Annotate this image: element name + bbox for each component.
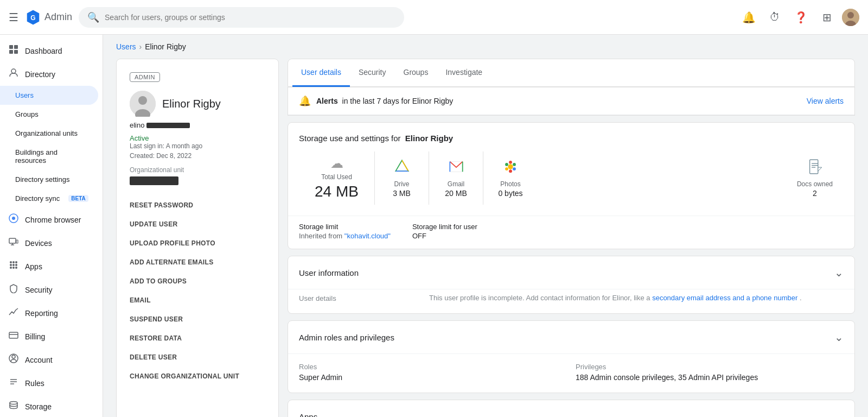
logo-area: G Admin xyxy=(25,9,72,26)
storage-limit-user-item: Storage limit for user OFF xyxy=(412,223,477,240)
alert-bar-card: 🔔 Alerts in the last 7 days for Elinor R… xyxy=(288,87,855,116)
sidebar-item-dashboard[interactable]: Dashboard xyxy=(0,39,98,62)
tab-groups[interactable]: Groups xyxy=(395,59,437,87)
sidebar-item-users[interactable]: Users xyxy=(0,86,98,105)
admin-roles-title: Admin roles and privileges xyxy=(299,333,394,342)
action-suspend-user[interactable]: SUSPEND USER xyxy=(130,310,265,329)
user-information-body: User details This user profile is incomp… xyxy=(288,289,854,313)
gmail-icon xyxy=(449,159,464,178)
svg-rect-25 xyxy=(9,332,18,338)
action-restore-data[interactable]: RESTORE DATA xyxy=(130,329,265,348)
sidebar-label-buildings: Buildings and resources xyxy=(15,148,90,165)
sidebar-item-reporting[interactable]: Reporting xyxy=(0,301,98,325)
apps-grid-icon[interactable]: ⊞ xyxy=(816,7,838,28)
svg-line-39 xyxy=(402,160,409,171)
search-icon: 🔍 xyxy=(87,11,99,23)
storage-limit-link[interactable]: "kohavit.cloud" xyxy=(344,232,391,240)
storage-drive: Drive 3 MB xyxy=(375,151,429,205)
svg-point-22 xyxy=(10,267,12,269)
breadcrumb-separator: › xyxy=(139,42,142,51)
main-layout: Dashboard Directory Users Groups Organiz… xyxy=(0,35,868,417)
chrome-icon xyxy=(9,213,18,226)
sidebar-item-org-units[interactable]: Organizational units xyxy=(0,124,98,143)
photos-icon xyxy=(503,159,518,178)
sidebar-label-directory: Directory xyxy=(25,70,55,79)
user-name: Elinor Rigby xyxy=(162,98,221,110)
sidebar-label-org-units: Organizational units xyxy=(15,129,78,137)
sidebar-item-dir-settings[interactable]: Directory settings xyxy=(0,170,98,189)
alert-bar-left: 🔔 Alerts in the last 7 days for Elinor R… xyxy=(299,95,453,107)
org-unit-value-redacted xyxy=(130,176,178,185)
sidebar-item-account[interactable]: Account xyxy=(0,348,98,371)
notifications-icon[interactable]: 🔔 xyxy=(738,7,760,28)
sidebar-item-dir-sync[interactable]: Directory sync BETA xyxy=(0,189,98,208)
svg-point-50 xyxy=(505,163,508,166)
action-delete-user[interactable]: DELETE USER xyxy=(130,348,265,367)
apps-header[interactable]: Apps ⌄ xyxy=(288,400,854,417)
storage-total: ☁ Total Used 24 MB xyxy=(299,151,375,205)
sidebar-item-groups[interactable]: Groups xyxy=(0,105,98,124)
user-last-signin: Last sign in: A month ago xyxy=(130,142,265,150)
privileges-label: Privileges xyxy=(576,363,844,371)
action-reset-password[interactable]: RESET PASSWORD xyxy=(130,196,265,215)
tab-investigate[interactable]: Investigate xyxy=(437,59,491,87)
sidebar-item-directory[interactable]: Directory xyxy=(0,62,98,86)
action-change-org[interactable]: CHANGE ORGANIZATIONAL UNIT xyxy=(130,367,265,386)
svg-rect-15 xyxy=(16,240,18,243)
search-input[interactable] xyxy=(105,13,395,22)
sidebar-item-security[interactable]: Security xyxy=(0,278,98,301)
storage-limit-label: Storage limit xyxy=(299,223,391,231)
action-add-groups[interactable]: ADD TO GROUPS xyxy=(130,272,265,291)
sidebar-item-billing[interactable]: Billing xyxy=(0,325,98,348)
svg-point-21 xyxy=(15,264,17,266)
support-icon[interactable]: ⏱ xyxy=(764,7,786,28)
email-redacted xyxy=(146,123,190,128)
sidebar-item-buildings[interactable]: Buildings and resources xyxy=(0,143,98,170)
app-name-label: Admin xyxy=(44,11,72,23)
admin-roles-header[interactable]: Admin roles and privileges ⌄ xyxy=(288,321,854,353)
account-icon xyxy=(9,353,18,366)
sidebar: Dashboard Directory Users Groups Organiz… xyxy=(0,35,103,417)
sidebar-item-storage[interactable]: Storage xyxy=(0,395,98,417)
sidebar-label-users: Users xyxy=(15,91,34,99)
storage-limit-user-label: Storage limit for user xyxy=(412,223,477,231)
action-add-emails[interactable]: ADD ALTERNATE EMAILS xyxy=(130,253,265,272)
tab-security[interactable]: Security xyxy=(350,59,395,87)
svg-point-31 xyxy=(10,402,17,405)
devices-icon xyxy=(9,237,18,249)
sidebar-label-devices: Devices xyxy=(25,239,52,248)
sidebar-item-rules[interactable]: Rules xyxy=(0,371,98,395)
dashboard-icon xyxy=(9,45,18,57)
photos-label: Photos xyxy=(500,180,520,188)
svg-point-20 xyxy=(12,264,15,266)
breadcrumb-parent[interactable]: Users xyxy=(116,42,136,51)
sidebar-item-apps[interactable]: Apps xyxy=(0,255,98,278)
security-icon xyxy=(9,283,18,296)
topbar-right: 🔔 ⏱ ❓ ⊞ xyxy=(738,7,859,28)
sidebar-label-security: Security xyxy=(25,286,53,294)
storage-photos: Photos 0 bytes xyxy=(483,151,538,205)
user-info-hint-link[interactable]: secondary email address and a phone numb… xyxy=(652,294,797,302)
tab-user-details[interactable]: User details xyxy=(292,59,350,87)
svg-point-46 xyxy=(513,163,516,166)
search-bar[interactable]: 🔍 xyxy=(79,7,404,28)
org-unit-label: Organizational unit xyxy=(130,166,265,174)
action-update-user[interactable]: UPDATE USER xyxy=(130,215,265,234)
sidebar-item-chrome-browser[interactable]: Chrome browser xyxy=(0,208,98,231)
docs-icon xyxy=(807,159,822,178)
user-information-chevron: ⌄ xyxy=(834,266,844,279)
svg-rect-5 xyxy=(9,45,13,49)
left-panel: ADMIN Elinor Rigby elino Active Last sig… xyxy=(116,59,279,417)
action-upload-photo[interactable]: UPLOAD PROFILE PHOTO xyxy=(130,234,265,253)
avatar[interactable] xyxy=(842,9,859,26)
breadcrumb-current: Elinor Rigby xyxy=(145,42,186,51)
svg-point-11 xyxy=(12,217,15,220)
user-created: Created: Dec 8, 2022 xyxy=(130,152,265,160)
user-information-header[interactable]: User information ⌄ xyxy=(288,256,854,289)
photos-value: 0 bytes xyxy=(498,189,522,198)
view-alerts-link[interactable]: View alerts xyxy=(807,97,844,105)
menu-icon[interactable]: ☰ xyxy=(9,11,18,24)
sidebar-item-devices[interactable]: Devices xyxy=(0,231,98,255)
action-email[interactable]: EMAIL xyxy=(130,291,265,310)
help-icon[interactable]: ❓ xyxy=(790,7,812,28)
